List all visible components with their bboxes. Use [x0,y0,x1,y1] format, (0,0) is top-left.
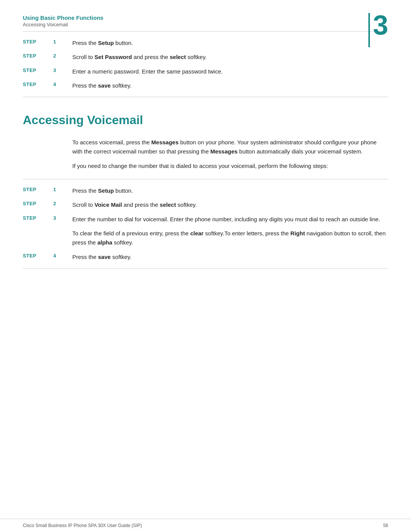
step-note-content: To clear the field of a previous entry, … [72,229,388,247]
step-label-group: STEP 4 [23,81,72,87]
step-label-group: STEP 1 [23,38,72,45]
step-row: STEP 3 Enter the number to dial for voic… [23,215,388,224]
step-note-spacer [23,229,72,247]
step-row: STEP 2 Scroll to Voice Mail and press th… [23,200,388,209]
step-row: STEP 2 Scroll to Set Password and press … [23,53,388,61]
step-number: 2 [53,200,62,206]
second-steps-block: STEP 1 Press the Setup button. STEP 2 Sc… [23,179,388,268]
step-content: Press the Setup button. [72,186,388,195]
step-label: STEP [23,200,53,206]
step-label: STEP [23,186,53,192]
step-label-group: STEP 1 [23,186,72,192]
step-label: STEP [23,252,53,259]
step-number: 4 [53,252,62,259]
step-content: Scroll to Set Password and press the sel… [72,53,388,61]
step-number: 1 [53,186,62,192]
step-number: 1 [53,38,62,45]
step-label-group: STEP 2 [23,53,72,59]
step-row: STEP 4 Press the save softkey. [23,252,388,261]
step-number: 3 [53,215,62,221]
step-label: STEP [23,53,53,59]
description-paragraph-2: If you need to change the number that is… [72,161,388,171]
step-content: Scroll to Voice Mail and press the selec… [72,200,388,209]
header: Using Basic Phone Functions Accessing Vo… [0,0,411,27]
step-label-group: STEP 4 [23,252,72,259]
footer-left-text: Cisco Small Business IP Phone SPA 30X Us… [23,523,142,528]
step-label: STEP [23,81,53,87]
step-label-group: STEP 3 [23,215,72,221]
chapter-title: Using Basic Phone Functions [23,14,388,21]
step-content: Press the Setup button. [72,38,388,47]
step-note-row: To clear the field of a previous entry, … [23,229,388,247]
step-label-group: STEP 3 [23,67,72,73]
step-row: STEP 1 Press the Setup button. [23,186,388,195]
step-row: STEP 3 Enter a numeric password. Enter t… [23,67,388,76]
section-subtitle: Accessing Voicemail [23,22,388,27]
section-heading: Accessing Voicemail [23,113,388,127]
step-label: STEP [23,67,53,73]
step-row: STEP 1 Press the Setup button. [23,38,388,47]
step-label: STEP [23,215,53,221]
step-content: Press the save softkey. [72,81,388,90]
step-row: STEP 4 Press the save softkey. [23,81,388,90]
step-content: Enter a numeric password. Enter the same… [72,67,388,76]
step-number: 4 [53,81,62,87]
footer-page-number: 56 [383,523,388,528]
step-content: Press the save softkey. [72,252,388,261]
chapter-number-bar [368,13,370,47]
step-content: Enter the number to dial for voicemail. … [72,215,388,224]
step-label: STEP [23,38,53,45]
chapter-number: 3 [373,11,388,39]
first-steps-block: STEP 1 Press the Setup button. STEP 2 Sc… [23,32,388,97]
description-paragraph-1: To access voicemail, press the Messages … [72,138,388,156]
description-block: To access voicemail, press the Messages … [72,138,388,171]
step-number: 2 [53,53,62,59]
footer: Cisco Small Business IP Phone SPA 30X Us… [0,519,411,532]
step-label-group: STEP 2 [23,200,72,206]
step-number: 3 [53,67,62,73]
page-container: Using Basic Phone Functions Accessing Vo… [0,0,411,532]
